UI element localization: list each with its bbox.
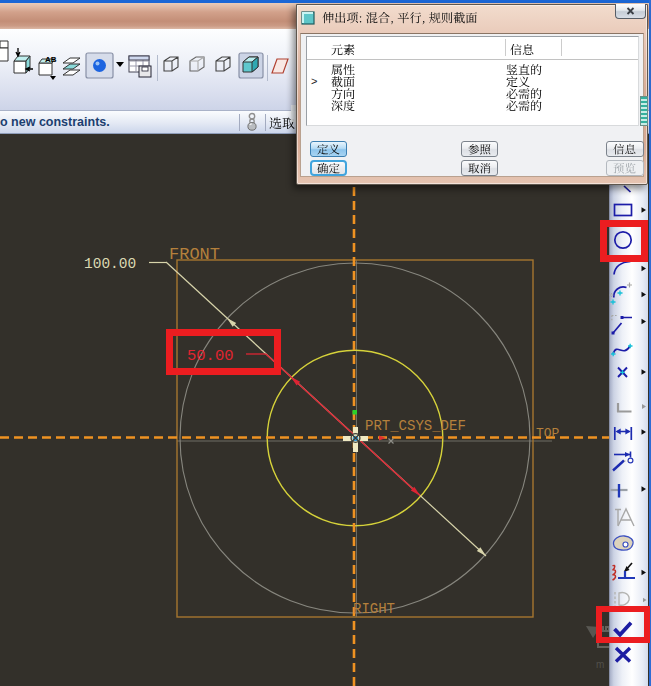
svg-text:100.00: 100.00 [84,256,136,272]
svg-text:PRT_CSYS_DEF: PRT_CSYS_DEF [365,418,466,434]
svg-text:TOP: TOP [536,426,560,441]
svg-text:RIGHT: RIGHT [353,601,395,617]
svg-text:FRONT: FRONT [169,245,220,264]
svg-text:m: m [596,659,604,670]
svg-text:AB: AB [45,55,57,64]
